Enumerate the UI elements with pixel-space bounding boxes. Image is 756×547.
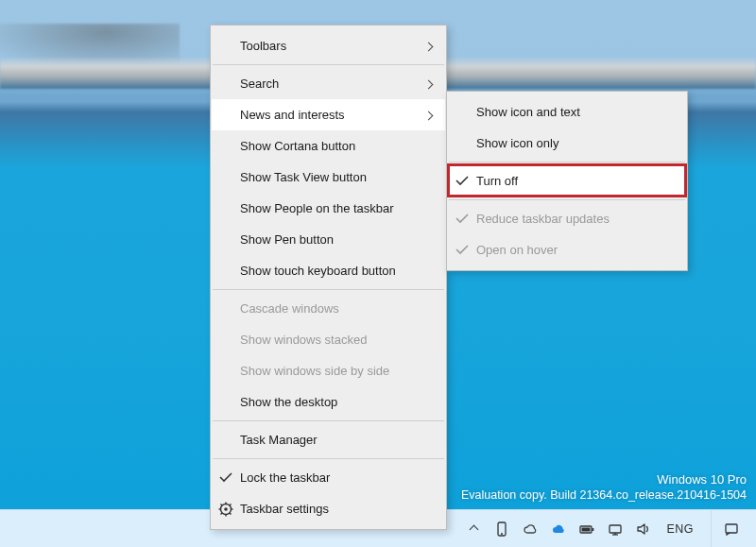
language-indicator[interactable]: ENG	[662, 510, 697, 548]
menu-item-label: Cascade windows	[240, 301, 419, 316]
cloud-outline-icon[interactable]	[521, 510, 540, 548]
menu-item-label: Show People on the taskbar	[240, 201, 419, 215]
menu-separator	[213, 289, 444, 290]
watermark-edition: Windows 10 Pro	[461, 471, 747, 488]
check-icon	[212, 470, 240, 486]
action-center-icon[interactable]	[711, 510, 750, 548]
menu-item-label: Lock the taskbar	[240, 470, 419, 485]
check-icon	[448, 174, 476, 189]
menu-item-label: Show Pen button	[240, 232, 419, 247]
menu-item-label: Show Cortana button	[240, 139, 419, 153]
menu-item[interactable]: Show icon and text	[448, 96, 686, 128]
menu-item[interactable]: Show icon only	[448, 128, 686, 159]
menu-separator	[449, 162, 685, 162]
menu-item[interactable]: Show Pen button	[212, 224, 445, 255]
menu-item-label: Show Task View button	[240, 170, 419, 184]
menu-item: Open on hover	[448, 234, 686, 265]
volume-icon[interactable]	[634, 510, 653, 548]
watermark-build: Evaluation copy. Build 21364.co_release.…	[461, 487, 747, 504]
menu-item[interactable]: Show the desktop	[212, 386, 445, 418]
menu-item[interactable]: Search	[212, 68, 445, 99]
menu-item[interactable]: Toolbars	[212, 30, 445, 61]
menu-item-label: Show icon and text	[476, 105, 660, 119]
menu-item[interactable]: Turn off	[448, 165, 686, 197]
system-tray: ENG	[464, 510, 750, 548]
menu-item[interactable]: Lock the taskbar	[212, 462, 445, 493]
menu-separator	[213, 420, 444, 421]
network-icon[interactable]	[606, 510, 625, 548]
menu-separator	[213, 458, 444, 459]
menu-item-label: Show windows side by side	[240, 364, 419, 378]
activation-watermark: Windows 10 Pro Evaluation copy. Build 21…	[461, 471, 747, 504]
chevron-right-icon	[419, 109, 432, 122]
menu-item-label: Open on hover	[476, 243, 660, 257]
battery-icon[interactable]	[577, 510, 596, 548]
menu-separator	[449, 199, 685, 200]
menu-item-label: Search	[240, 77, 419, 91]
menu-item: Show windows side by side	[212, 355, 445, 386]
menu-item: Reduce taskbar updates	[448, 203, 686, 234]
menu-item-label: News and interests	[240, 108, 419, 122]
menu-item-label: Turn off	[476, 174, 660, 188]
menu-item[interactable]: Show Cortana button	[212, 130, 445, 162]
menu-item-label: Task Manager	[240, 433, 419, 447]
menu-item-label: Toolbars	[240, 39, 419, 53]
menu-item-label: Taskbar settings	[240, 502, 419, 516]
menu-item[interactable]: Task Manager	[212, 424, 445, 455]
menu-item-label: Reduce taskbar updates	[476, 212, 660, 226]
menu-item-label: Show the desktop	[240, 395, 419, 409]
news-interests-submenu: Show icon and textShow icon onlyTurn off…	[446, 91, 688, 271]
menu-item[interactable]: Show People on the taskbar	[212, 193, 445, 224]
check-icon	[448, 243, 476, 258]
taskbar-context-menu: ToolbarsSearchNews and interestsShow Cor…	[210, 25, 447, 530]
gear-icon	[212, 502, 240, 517]
menu-item-label: Show icon only	[476, 136, 660, 150]
menu-item-label: Show windows stacked	[240, 333, 419, 347]
onedrive-icon[interactable]	[549, 510, 568, 548]
menu-item-label: Show touch keyboard button	[240, 264, 419, 278]
chevron-right-icon	[419, 77, 432, 91]
menu-item[interactable]: Show Task View button	[212, 162, 445, 193]
menu-item: Cascade windows	[212, 293, 445, 324]
menu-item[interactable]: News and interests	[212, 99, 445, 130]
menu-item[interactable]: Taskbar settings	[212, 493, 445, 524]
chevron-right-icon	[419, 40, 432, 53]
menu-item: Show windows stacked	[212, 324, 445, 355]
menu-item[interactable]: Show touch keyboard button	[212, 255, 445, 286]
check-icon	[448, 212, 476, 227]
phone-icon[interactable]	[492, 510, 511, 548]
tray-overflow-icon[interactable]	[464, 510, 483, 548]
menu-separator	[213, 64, 444, 65]
